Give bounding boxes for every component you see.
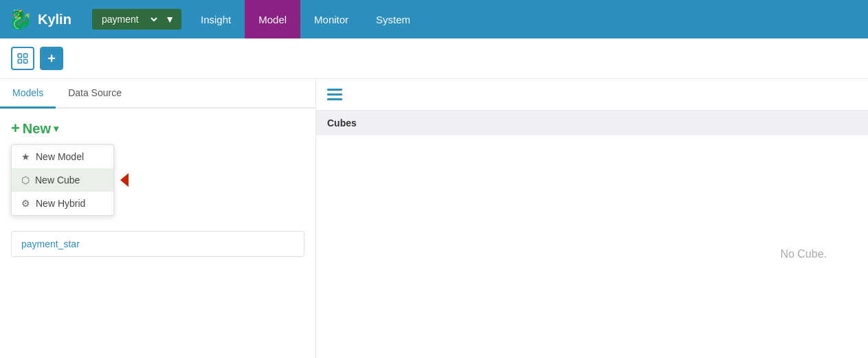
left-panel: Models Data Source + New ▾ ★ New Model ⬡… — [0, 79, 316, 358]
tab-models[interactable]: Models — [0, 79, 56, 109]
svg-rect-3 — [18, 60, 21, 63]
dropdown-item-new-model[interactable]: ★ New Model — [12, 145, 113, 168]
svg-rect-0 — [18, 54, 21, 57]
toolbar: + — [0, 38, 868, 79]
new-model-label: New Model — [36, 151, 84, 162]
hamburger-button[interactable] — [327, 89, 342, 100]
new-hybrid-label: New Hybrid — [36, 198, 85, 209]
logo-icon: 🐉 — [8, 8, 32, 31]
new-cube-label: New Cube — [35, 175, 80, 186]
model-item-payment-star[interactable]: payment_star — [11, 231, 304, 257]
app-logo: 🐉 Kylin — [8, 8, 84, 31]
logo-text: Kylin — [38, 12, 71, 27]
nav-tab-model[interactable]: Model — [245, 0, 300, 38]
cubes-header: Cubes — [316, 111, 868, 135]
cube-icon: ⬡ — [21, 175, 30, 186]
svg-rect-2 — [24, 60, 27, 63]
project-select[interactable]: payment default — [99, 13, 159, 25]
hamburger-line-3 — [327, 98, 342, 100]
right-panel: Cubes No Cube. — [316, 79, 868, 358]
settings-icon — [16, 52, 29, 65]
new-dropdown-menu: ★ New Model ⬡ New Cube ⚙ New Hybrid — [11, 144, 114, 216]
hamburger-line-2 — [327, 93, 342, 96]
main-layout: Models Data Source + New ▾ ★ New Model ⬡… — [0, 79, 868, 358]
top-nav: 🐉 Kylin payment default ▼ Insight Model … — [0, 0, 868, 38]
nav-tab-system[interactable]: System — [362, 0, 424, 38]
right-header — [316, 79, 868, 111]
new-button[interactable]: + New ▾ — [11, 120, 58, 137]
nav-tabs: Insight Model Monitor System — [187, 0, 424, 38]
new-btn-area: + New ▾ ★ New Model ⬡ New Cube ⚙ New Hyb… — [0, 109, 315, 143]
tab-data-source[interactable]: Data Source — [56, 79, 134, 109]
dropdown-item-new-cube[interactable]: ⬡ New Cube — [12, 168, 113, 192]
nav-tab-monitor[interactable]: Monitor — [300, 0, 362, 38]
dropdown-caret-icon: ▼ — [165, 14, 175, 25]
add-button[interactable]: + — [40, 47, 63, 70]
selection-arrow-icon — [120, 173, 129, 187]
dropdown-item-new-hybrid[interactable]: ⚙ New Hybrid — [12, 192, 113, 215]
star-icon: ★ — [21, 151, 30, 162]
model-list: payment_star — [0, 225, 315, 262]
plus-icon: + — [47, 51, 56, 67]
svg-rect-1 — [24, 54, 27, 57]
new-button-label: New — [23, 121, 51, 137]
no-cube-message: No Cube. — [316, 135, 868, 358]
nav-tab-insight[interactable]: Insight — [187, 0, 245, 38]
hamburger-line-1 — [327, 89, 342, 91]
left-tabs: Models Data Source — [0, 79, 315, 109]
settings-button[interactable] — [11, 47, 34, 70]
hybrid-icon: ⚙ — [21, 198, 30, 209]
project-dropdown-wrapper[interactable]: payment default ▼ — [92, 9, 181, 30]
new-caret-icon: ▾ — [54, 123, 58, 134]
new-plus-icon: + — [11, 120, 20, 137]
